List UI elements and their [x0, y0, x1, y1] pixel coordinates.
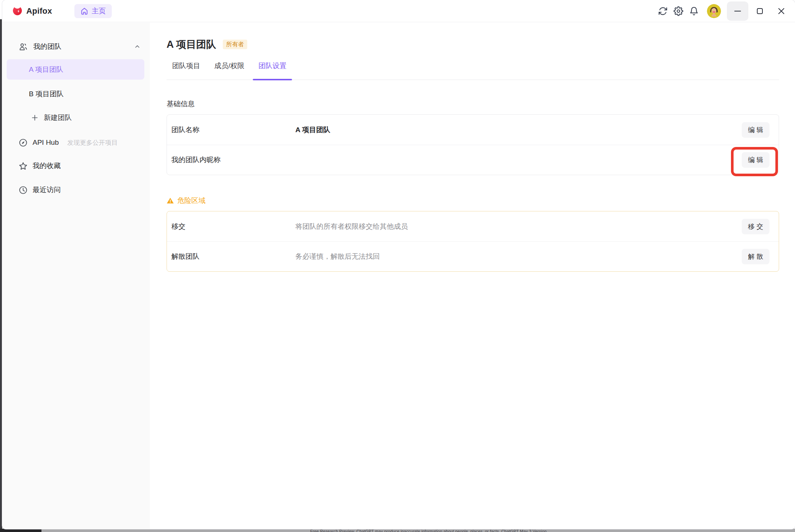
sidebar-item-label: A 项目团队 — [29, 65, 63, 74]
transfer-label: 移交 — [171, 222, 295, 231]
page-title: A 项目团队 — [167, 38, 216, 51]
team-name-row: 团队名称 A 项目团队 编 辑 — [167, 115, 779, 145]
close-button[interactable] — [771, 1, 792, 21]
sidebar-item-favorites[interactable]: 我的收藏 — [19, 158, 140, 173]
close-icon — [777, 7, 785, 15]
user-avatar[interactable] — [707, 4, 721, 18]
main-content: A 项目团队 所有者 团队项目 成员/权限 团队设置 基础信息 团队名称 A 项… — [150, 23, 795, 529]
basic-info-card: 团队名称 A 项目团队 编 辑 我的团队内昵称 编 辑 — [167, 114, 779, 175]
recent-label: 最近访问 — [33, 185, 61, 195]
maximize-button[interactable] — [749, 1, 771, 21]
titlebar: Apifox 主页 — [2, 0, 795, 22]
sidebar-item-api-hub[interactable]: API Hub 发现更多公开项目 — [19, 135, 140, 150]
maximize-icon — [756, 7, 764, 15]
sidebar-item-team-a[interactable]: A 项目团队 — [7, 59, 144, 80]
dissolve-description: 务必谨慎，解散后无法找回 — [295, 252, 742, 261]
tab-team-projects[interactable]: 团队项目 — [167, 61, 206, 80]
plus-icon — [31, 114, 38, 121]
team-icon — [19, 42, 28, 51]
transfer-button[interactable]: 移 交 — [742, 219, 769, 234]
background-status-bar: Free Research Preview. ChatGPT may produ… — [0, 529, 795, 532]
favorites-label: 我的收藏 — [33, 161, 61, 171]
sidebar-item-label: B 项目团队 — [29, 89, 64, 99]
danger-zone-label: 危险区域 — [177, 196, 205, 205]
sidebar-group-label: 我的团队 — [33, 42, 61, 51]
tab-members-permissions[interactable]: 成员/权限 — [209, 61, 250, 80]
star-icon — [19, 161, 28, 171]
team-name-value: A 项目团队 — [295, 125, 742, 135]
dissolve-button[interactable]: 解 散 — [742, 249, 769, 264]
apifox-window: Apifox 主页 — [2, 0, 795, 529]
nickname-row: 我的团队内昵称 编 辑 — [167, 145, 779, 175]
apifox-logo-icon — [12, 6, 23, 17]
sidebar: 我的团队 A 项目团队 B 项目团队 新建团队 API Hub — [2, 23, 150, 529]
edit-nickname-button[interactable]: 编 辑 — [742, 152, 769, 168]
app-brand: Apifox — [12, 6, 52, 17]
sidebar-item-recent[interactable]: 最近访问 — [19, 183, 140, 197]
home-icon — [80, 7, 88, 15]
sync-button[interactable] — [655, 3, 671, 19]
home-button[interactable]: 主页 — [74, 4, 112, 18]
transfer-description: 将团队的所有者权限移交给其他成员 — [295, 222, 742, 231]
nickname-label: 我的团队内昵称 — [171, 155, 295, 165]
basic-info-heading: 基础信息 — [167, 99, 779, 109]
clock-icon — [19, 185, 28, 195]
notifications-button[interactable] — [686, 3, 702, 19]
chevron-up-icon — [134, 44, 140, 50]
tab-team-settings[interactable]: 团队设置 — [253, 61, 292, 80]
api-hub-subtitle: 发现更多公开项目 — [67, 138, 118, 147]
minimize-icon — [734, 7, 742, 15]
dissolve-label: 解散团队 — [171, 252, 295, 261]
dissolve-row: 解散团队 务必谨慎，解散后无法找回 解 散 — [167, 241, 779, 271]
owner-badge: 所有者 — [223, 40, 247, 49]
warning-icon — [167, 197, 174, 204]
app-title: Apifox — [26, 6, 52, 16]
tab-bar: 团队项目 成员/权限 团队设置 — [167, 61, 779, 80]
page-header: A 项目团队 所有者 — [167, 38, 779, 51]
compass-icon — [19, 138, 28, 147]
sidebar-item-new-team[interactable]: 新建团队 — [31, 110, 140, 125]
home-label: 主页 — [92, 6, 106, 16]
minimize-button[interactable] — [727, 1, 748, 21]
settings-button[interactable] — [671, 3, 686, 19]
background-status-text: Free Research Preview. ChatGPT may produ… — [310, 529, 547, 532]
new-team-label: 新建团队 — [44, 113, 72, 123]
bell-icon — [689, 6, 699, 16]
danger-zone-card: 移交 将团队的所有者权限移交给其他成员 移 交 解散团队 务必谨慎，解散后无法找… — [167, 211, 779, 272]
gear-icon — [674, 6, 683, 16]
sidebar-item-team-b[interactable]: B 项目团队 — [7, 84, 144, 104]
background-status-bar-dark-segment — [0, 529, 41, 532]
api-hub-label: API Hub — [33, 138, 59, 147]
danger-zone-heading: 危险区域 — [167, 196, 779, 205]
sync-icon — [658, 6, 668, 16]
sidebar-group-my-teams[interactable]: 我的团队 — [19, 39, 140, 54]
transfer-row: 移交 将团队的所有者权限移交给其他成员 移 交 — [167, 211, 779, 241]
edit-team-name-button[interactable]: 编 辑 — [742, 122, 769, 138]
team-name-label: 团队名称 — [171, 125, 295, 135]
